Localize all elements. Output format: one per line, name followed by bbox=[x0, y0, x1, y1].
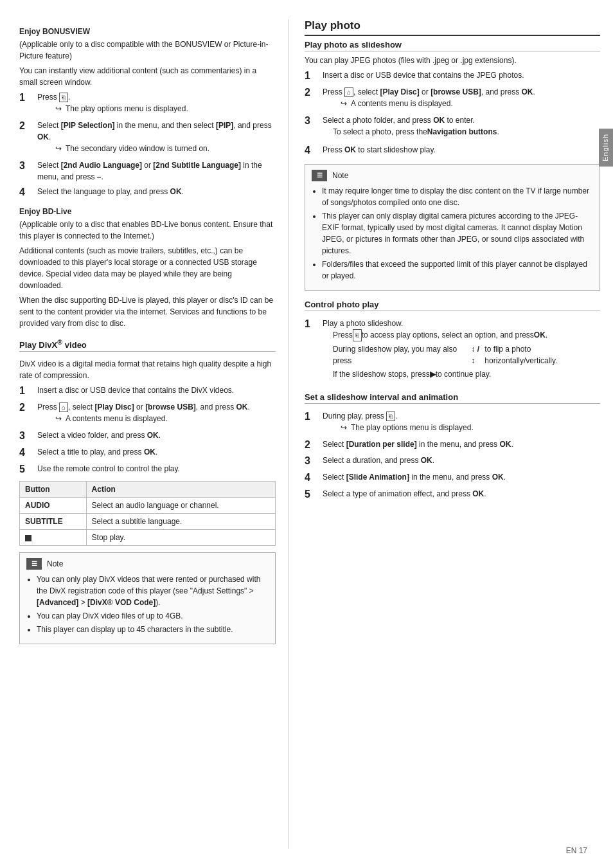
bold-text: ↕ / ↕ bbox=[471, 343, 484, 366]
sub-text: The play options menu is displayed. bbox=[66, 103, 188, 114]
bold-text: [2nd Subtitle Language] bbox=[153, 161, 241, 170]
step-content: Select a video folder, and press OK. bbox=[37, 429, 276, 441]
note-item: This player can display up to 45 charact… bbox=[37, 624, 269, 635]
bonusview-step-1: 1 Press ⎗. ↪ The play options menu is di… bbox=[19, 91, 276, 116]
note-item: You can only play DivX videos that were … bbox=[37, 574, 269, 608]
step-content: Select [Slide Animation] in the menu, an… bbox=[323, 471, 600, 483]
step-content: During play, press ⎗. ↪ The play options… bbox=[323, 410, 600, 435]
bold-ok: OK bbox=[236, 402, 248, 411]
step-number: 4 bbox=[305, 471, 319, 485]
bonusview-step-4: 4 Select the language to play, and press… bbox=[19, 186, 276, 199]
bold-ok: OK bbox=[147, 431, 159, 440]
bdlive-para3: When the disc supporting BD-Live is play… bbox=[19, 294, 276, 329]
separator-2: Control photo play bbox=[305, 300, 600, 311]
bullet-item: Press ⎗ to access play options, select a… bbox=[333, 329, 600, 341]
arrow-symbol: ↪ bbox=[341, 422, 347, 433]
step-content: Select a type of animation effect, and p… bbox=[323, 488, 600, 500]
sub-arrow: ↪ The play options menu is displayed. bbox=[55, 103, 276, 114]
bdlive-title: Enjoy BD-Live bbox=[19, 207, 276, 216]
bold-text: Navigation buttons bbox=[427, 126, 497, 138]
slideshow-steps: 1 Insert a disc or USB device that conta… bbox=[305, 69, 600, 158]
photo-note-box: ☰ Note It may require longer time to dis… bbox=[305, 164, 600, 291]
main-content: Enjoy BONUSVIEW (Applicable only to a di… bbox=[0, 0, 613, 868]
interval-step-1: 1 During play, press ⎗. ↪ The play optio… bbox=[305, 410, 600, 435]
disc-symbol-2: ⎗ bbox=[353, 329, 362, 341]
divx-step-2: 2 Press ⌂, select [Play Disc] or [browse… bbox=[19, 401, 276, 426]
sub-text: The play options menu is displayed. bbox=[351, 422, 474, 433]
step-number: 5 bbox=[305, 488, 319, 502]
bonusview-desc: You can instantly view additional conten… bbox=[19, 65, 276, 88]
step-number: 1 bbox=[305, 410, 319, 424]
sub-arrow: ↪ The secondary video window is turned o… bbox=[55, 143, 276, 154]
table-cell-button bbox=[20, 530, 87, 546]
slideshow-interval-steps: 1 During play, press ⎗. ↪ The play optio… bbox=[305, 410, 600, 502]
note-header: ☰ Note bbox=[26, 558, 269, 570]
divx-step-5: 5 Use the remote control to control the … bbox=[19, 463, 276, 476]
bold-text: [browse USB] bbox=[431, 87, 481, 96]
note-header: ☰ Note bbox=[312, 170, 593, 181]
disc-symbol-3: ⎗ bbox=[386, 411, 395, 421]
divx-step-1: 1 Insert a disc or USB device that conta… bbox=[19, 384, 276, 398]
bold-text: [Play Disc] bbox=[380, 87, 419, 96]
bold-ok: OK bbox=[421, 456, 432, 465]
interval-step-3: 3 Select a duration, and press OK. bbox=[305, 455, 600, 468]
slideshow-step-2: 2 Press ⌂, select [Play Disc] or [browse… bbox=[305, 86, 600, 111]
step-number: 2 bbox=[19, 120, 33, 133]
step-content: Select a duration, and press OK. bbox=[323, 455, 600, 466]
bold-text: SUBTITLE bbox=[25, 517, 63, 526]
sub-text: A contents menu is displayed. bbox=[66, 413, 168, 424]
step-number: 1 bbox=[305, 69, 319, 83]
step-number: 2 bbox=[19, 401, 33, 415]
step-number: 3 bbox=[305, 455, 319, 468]
table-row: SUBTITLE Select a subtitle language. bbox=[20, 514, 276, 530]
bold-text: [Duration per slide] bbox=[346, 440, 417, 449]
bold-ok: OK bbox=[170, 187, 182, 196]
slideshow-title: Play photo as slideshow bbox=[305, 40, 600, 51]
bonusview-steps: 1 Press ⎗. ↪ The play options menu is di… bbox=[19, 91, 276, 199]
note-item: Folders/files that exceed the supported … bbox=[322, 258, 593, 282]
step-number: 4 bbox=[19, 186, 33, 199]
note-icon: ☰ bbox=[26, 558, 42, 570]
step-content: Press ⎗. ↪ The play options menu is disp… bbox=[37, 91, 276, 116]
bold-ok: OK bbox=[433, 116, 445, 125]
separator-3: Set a slideshow interval and animation bbox=[305, 392, 600, 404]
bold-ok: OK bbox=[472, 489, 484, 498]
divx-note-list: You can only play DivX videos that were … bbox=[37, 574, 269, 635]
side-tab-label: English bbox=[601, 134, 609, 161]
arrow-symbol: ↪ bbox=[55, 143, 62, 154]
step-number: 4 bbox=[305, 144, 319, 158]
step-content: Select [2nd Audio Language] or [2nd Subt… bbox=[37, 159, 276, 183]
bold-text: [PIP Selection] bbox=[61, 121, 115, 130]
divx-title: Play DivX® video bbox=[19, 338, 276, 352]
separator: Play DivX® video bbox=[19, 338, 276, 352]
play-photo-title: Play photo bbox=[305, 19, 600, 36]
step-content: Play a photo slideshow. Press ⎗ to acces… bbox=[323, 318, 600, 383]
step-number: 3 bbox=[305, 114, 319, 128]
step-content: Insert a disc or USB device that contain… bbox=[323, 69, 600, 81]
control-step-1: 1 Play a photo slideshow. Press ⎗ to acc… bbox=[305, 318, 600, 383]
step-content: Press OK to start slideshow play. bbox=[323, 144, 600, 156]
bold-text: [2nd Audio Language] bbox=[61, 161, 142, 170]
arrow-symbol: ↪ bbox=[55, 413, 62, 424]
photo-note-list: It may require longer time to display th… bbox=[322, 185, 593, 282]
left-column: Enjoy BONUSVIEW (Applicable only to a di… bbox=[19, 19, 289, 849]
slideshow-interval-title: Set a slideshow interval and animation bbox=[305, 392, 600, 404]
step-number: 2 bbox=[305, 86, 319, 100]
slideshow-step-1: 1 Insert a disc or USB device that conta… bbox=[305, 69, 600, 83]
note-item: It may require longer time to display th… bbox=[322, 185, 593, 208]
bdlive-para2: Additional contents (such as movie trail… bbox=[19, 245, 276, 291]
bullet-item: To select a photo, press the Navigation … bbox=[333, 126, 600, 138]
bold-text: [browse USB] bbox=[145, 402, 196, 411]
note-item: You can play DivX video files of up to 4… bbox=[37, 610, 269, 622]
divx-step-3: 3 Select a video folder, and press OK. bbox=[19, 429, 276, 443]
step-content: Use the remote control to control the pl… bbox=[37, 463, 276, 475]
step-number: 1 bbox=[19, 384, 33, 398]
step-content: Select a photo folder, and press OK to e… bbox=[323, 114, 600, 141]
note-icon-lines: ☰ bbox=[317, 172, 323, 179]
disc-symbol-1: ⎗ bbox=[59, 93, 68, 102]
bold-text: [Advanced] bbox=[37, 598, 78, 607]
control-photo-title: Control photo play bbox=[305, 300, 600, 311]
interval-step-5: 5 Select a type of animation effect, and… bbox=[305, 488, 600, 502]
step-content: Select a title to play, and press OK. bbox=[37, 446, 276, 458]
sub-arrow: ↪ A contents menu is displayed. bbox=[55, 413, 276, 424]
